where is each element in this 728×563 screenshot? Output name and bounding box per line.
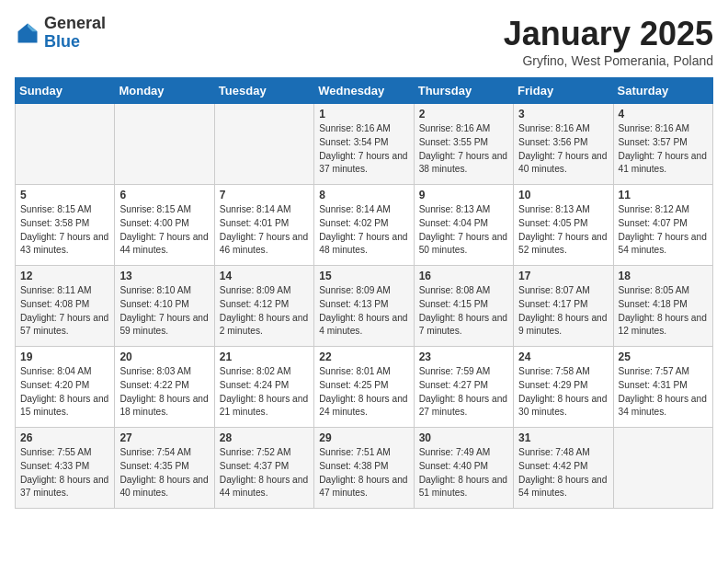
day-number: 12 [20,270,109,282]
day-info: Sunrise: 8:09 AM Sunset: 4:13 PM Dayligh… [319,284,408,339]
calendar-table: SundayMondayTuesdayWednesdayThursdayFrid… [15,77,713,509]
calendar-empty-cell [16,104,115,185]
calendar-week-row: 19Sunrise: 8:04 AM Sunset: 4:20 PM Dayli… [16,347,713,428]
day-info: Sunrise: 8:16 AM Sunset: 3:54 PM Dayligh… [319,122,408,177]
day-info: Sunrise: 8:15 AM Sunset: 3:58 PM Dayligh… [20,203,109,258]
calendar-day-cell: 5Sunrise: 8:15 AM Sunset: 3:58 PM Daylig… [16,185,115,266]
calendar-empty-cell [115,104,214,185]
calendar-day-cell: 19Sunrise: 8:04 AM Sunset: 4:20 PM Dayli… [16,347,115,428]
weekday-header-tuesday: Tuesday [214,78,313,104]
day-number: 27 [119,431,209,444]
calendar-day-cell: 18Sunrise: 8:05 AM Sunset: 4:18 PM Dayli… [613,266,712,347]
weekday-header-thursday: Thursday [414,78,513,104]
calendar-week-row: 12Sunrise: 8:11 AM Sunset: 4:08 PM Dayli… [16,266,713,347]
calendar-empty-cell [613,428,712,509]
day-number: 21 [220,350,309,363]
calendar-day-cell: 30Sunrise: 7:49 AM Sunset: 4:40 PM Dayli… [414,428,513,509]
day-info: Sunrise: 8:13 AM Sunset: 4:04 PM Dayligh… [419,203,508,258]
calendar-day-cell: 10Sunrise: 8:13 AM Sunset: 4:05 PM Dayli… [514,185,613,266]
calendar-day-cell: 24Sunrise: 7:58 AM Sunset: 4:29 PM Dayli… [514,347,613,428]
calendar-day-cell: 26Sunrise: 7:55 AM Sunset: 4:33 PM Dayli… [16,428,115,509]
calendar-empty-cell [214,104,313,185]
day-info: Sunrise: 7:58 AM Sunset: 4:29 PM Dayligh… [518,365,608,419]
calendar-day-cell: 31Sunrise: 7:48 AM Sunset: 4:42 PM Dayli… [514,428,613,509]
day-number: 18 [619,270,708,282]
day-info: Sunrise: 8:08 AM Sunset: 4:15 PM Dayligh… [419,284,508,339]
day-info: Sunrise: 8:15 AM Sunset: 4:00 PM Dayligh… [119,203,209,258]
day-info: Sunrise: 7:48 AM Sunset: 4:42 PM Dayligh… [518,446,608,500]
weekday-header-monday: Monday [115,78,214,104]
day-number: 4 [619,108,708,121]
page-header: General Blue January 2025 Gryfino, West … [15,15,713,68]
logo-text: General Blue [44,15,106,52]
calendar-day-cell: 27Sunrise: 7:54 AM Sunset: 4:35 PM Dayli… [115,428,214,509]
calendar-day-cell: 28Sunrise: 7:52 AM Sunset: 4:37 PM Dayli… [214,428,313,509]
day-info: Sunrise: 7:57 AM Sunset: 4:31 PM Dayligh… [619,365,708,419]
calendar-day-cell: 29Sunrise: 7:51 AM Sunset: 4:38 PM Dayli… [314,428,414,509]
day-number: 9 [419,189,508,201]
calendar-day-cell: 14Sunrise: 8:09 AM Sunset: 4:12 PM Dayli… [214,266,313,347]
day-info: Sunrise: 8:13 AM Sunset: 4:05 PM Dayligh… [518,203,608,258]
calendar-day-cell: 20Sunrise: 8:03 AM Sunset: 4:22 PM Dayli… [115,347,214,428]
day-info: Sunrise: 8:09 AM Sunset: 4:12 PM Dayligh… [220,284,309,339]
calendar-day-cell: 9Sunrise: 8:13 AM Sunset: 4:04 PM Daylig… [414,185,513,266]
day-info: Sunrise: 8:16 AM Sunset: 3:55 PM Dayligh… [419,122,508,177]
day-number: 15 [319,270,408,282]
calendar-day-cell: 4Sunrise: 8:16 AM Sunset: 3:57 PM Daylig… [613,104,712,185]
day-info: Sunrise: 7:49 AM Sunset: 4:40 PM Dayligh… [419,446,508,500]
day-number: 30 [419,431,508,444]
calendar-day-cell: 3Sunrise: 8:16 AM Sunset: 3:56 PM Daylig… [514,104,613,185]
day-number: 5 [20,189,109,201]
calendar-day-cell: 22Sunrise: 8:01 AM Sunset: 4:25 PM Dayli… [314,347,414,428]
day-number: 28 [220,431,309,444]
day-info: Sunrise: 8:03 AM Sunset: 4:22 PM Dayligh… [119,365,209,419]
calendar-week-row: 5Sunrise: 8:15 AM Sunset: 3:58 PM Daylig… [16,185,713,266]
day-info: Sunrise: 8:02 AM Sunset: 4:24 PM Dayligh… [220,365,309,419]
calendar-day-cell: 16Sunrise: 8:08 AM Sunset: 4:15 PM Dayli… [414,266,513,347]
calendar-title: January 2025 [504,15,713,53]
day-info: Sunrise: 7:52 AM Sunset: 4:37 PM Dayligh… [220,446,309,500]
day-number: 31 [518,431,608,444]
calendar-day-cell: 1Sunrise: 8:16 AM Sunset: 3:54 PM Daylig… [314,104,414,185]
day-info: Sunrise: 8:14 AM Sunset: 4:01 PM Dayligh… [220,203,309,258]
day-info: Sunrise: 8:10 AM Sunset: 4:10 PM Dayligh… [119,284,209,339]
calendar-day-cell: 2Sunrise: 8:16 AM Sunset: 3:55 PM Daylig… [414,104,513,185]
calendar-day-cell: 8Sunrise: 8:14 AM Sunset: 4:02 PM Daylig… [314,185,414,266]
day-info: Sunrise: 8:05 AM Sunset: 4:18 PM Dayligh… [619,284,708,339]
day-info: Sunrise: 8:04 AM Sunset: 4:20 PM Dayligh… [20,365,109,419]
day-number: 29 [319,431,408,444]
calendar-day-cell: 7Sunrise: 8:14 AM Sunset: 4:01 PM Daylig… [214,185,313,266]
day-info: Sunrise: 8:16 AM Sunset: 3:57 PM Dayligh… [619,122,708,177]
calendar-day-cell: 23Sunrise: 7:59 AM Sunset: 4:27 PM Dayli… [414,347,513,428]
day-number: 10 [518,189,608,201]
day-info: Sunrise: 8:16 AM Sunset: 3:56 PM Dayligh… [518,122,608,177]
day-info: Sunrise: 7:59 AM Sunset: 4:27 PM Dayligh… [419,365,508,419]
calendar-week-row: 26Sunrise: 7:55 AM Sunset: 4:33 PM Dayli… [16,428,713,509]
day-number: 8 [319,189,408,201]
calendar-subtitle: Gryfino, West Pomerania, Poland [504,53,713,68]
day-number: 7 [220,189,309,201]
weekday-header-row: SundayMondayTuesdayWednesdayThursdayFrid… [16,78,713,104]
calendar-day-cell: 12Sunrise: 8:11 AM Sunset: 4:08 PM Dayli… [16,266,115,347]
logo-icon [15,20,40,46]
day-number: 26 [20,431,109,444]
day-number: 6 [119,189,209,201]
calendar-day-cell: 25Sunrise: 7:57 AM Sunset: 4:31 PM Dayli… [613,347,712,428]
day-number: 20 [119,350,209,363]
day-number: 19 [20,350,109,363]
calendar-day-cell: 15Sunrise: 8:09 AM Sunset: 4:13 PM Dayli… [314,266,414,347]
weekday-header-wednesday: Wednesday [314,78,414,104]
day-info: Sunrise: 8:14 AM Sunset: 4:02 PM Dayligh… [319,203,408,258]
calendar-day-cell: 17Sunrise: 8:07 AM Sunset: 4:17 PM Dayli… [514,266,613,347]
day-number: 14 [220,270,309,282]
calendar-day-cell: 21Sunrise: 8:02 AM Sunset: 4:24 PM Dayli… [214,347,313,428]
day-number: 24 [518,350,608,363]
calendar-week-row: 1Sunrise: 8:16 AM Sunset: 3:54 PM Daylig… [16,104,713,185]
day-info: Sunrise: 8:11 AM Sunset: 4:08 PM Dayligh… [20,284,109,339]
day-number: 1 [319,108,408,121]
day-number: 22 [319,350,408,363]
day-number: 11 [619,189,708,201]
day-number: 25 [619,350,708,363]
day-number: 16 [419,270,508,282]
day-number: 17 [518,270,608,282]
